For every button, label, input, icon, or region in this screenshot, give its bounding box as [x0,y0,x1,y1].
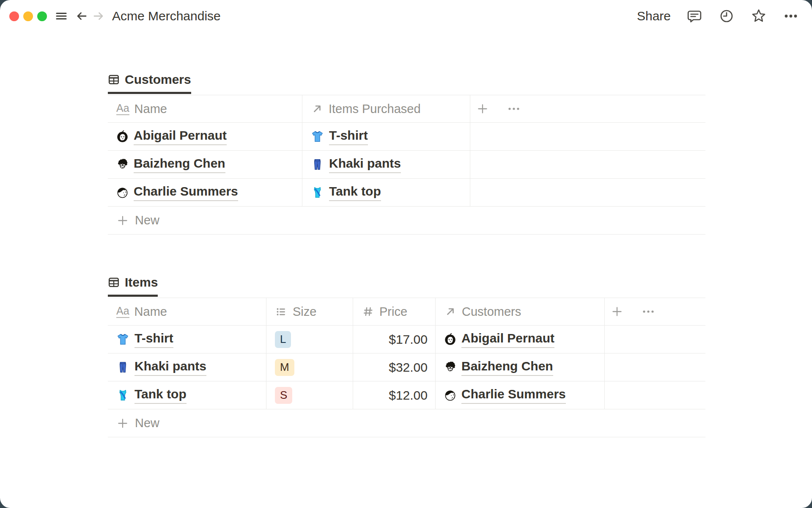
relation-property-icon [444,306,457,318]
items-header-row: Aa Name Size Price Customers [108,298,705,326]
table-options-button[interactable] [508,103,520,115]
new-row-label: New [135,213,159,227]
customers-table: Aa Name Items Purchased Abi [108,95,705,235]
name-cell[interactable]: Abigail Pernaut [108,123,302,150]
column-header-label: Price [379,305,407,319]
name-cell[interactable]: Charlie Summers [108,179,302,206]
items-collection: Items Aa Name Size Price [108,275,705,437]
avatar-icon [116,158,129,171]
tanktop-emoji-icon [311,186,324,199]
new-row-label: New [135,416,159,430]
table-options-button[interactable] [642,306,655,318]
size-badge: S [275,387,292,404]
more-icon[interactable] [782,8,799,25]
close-window-button[interactable] [9,11,19,21]
table-row: Khaki pants M $32.00 Baizheng Chen [108,353,705,381]
share-button[interactable]: Share [637,9,671,23]
customers-cell[interactable]: Abigail Pernaut [436,326,605,353]
jeans-emoji-icon [116,361,129,374]
empty-cell [470,123,705,150]
column-header-price[interactable]: Price [353,298,436,325]
items-table: Aa Name Size Price Customers [108,298,705,437]
column-header-label: Items Purchased [329,102,421,116]
clock-icon[interactable] [718,8,735,25]
item-page-link[interactable]: T-shirt [329,128,368,145]
zoom-window-button[interactable] [37,11,47,21]
customer-page-link[interactable]: Abigail Pernaut [461,331,554,348]
jeans-emoji-icon [311,158,324,171]
item-page-link[interactable]: Khaki pants [134,359,206,376]
customers-header-row: Aa Name Items Purchased [108,95,705,123]
customers-cell[interactable]: Charlie Summers [436,381,605,409]
new-row-button[interactable]: New [108,207,705,235]
relation-property-icon [311,103,324,115]
items-purchased-cell[interactable]: Tank top [302,179,470,206]
avatar-icon [444,361,456,373]
column-header-customers[interactable]: Customers [436,298,605,325]
traffic-lights [9,11,47,21]
size-cell[interactable]: L [266,326,353,353]
tshirt-emoji-icon [116,333,129,346]
item-page-link[interactable]: T-shirt [134,331,173,348]
avatar-icon [444,333,456,345]
size-cell[interactable]: S [266,381,353,409]
customers-cell[interactable]: Baizheng Chen [436,353,605,381]
item-page-link[interactable]: Khaki pants [329,156,401,173]
customer-page-link[interactable]: Abigail Pernaut [134,128,227,145]
column-header-size[interactable]: Size [266,298,353,325]
forward-button[interactable] [90,8,107,25]
size-badge: L [275,331,291,348]
price-value: $32.00 [389,360,428,375]
customer-page-link[interactable]: Charlie Summers [461,387,566,404]
add-property-button[interactable] [476,102,489,115]
add-property-button[interactable] [611,305,623,318]
comment-icon[interactable] [686,8,703,25]
customer-page-link[interactable]: Baizheng Chen [134,156,225,173]
price-cell[interactable]: $12.00 [353,381,436,409]
price-value: $17.00 [389,332,428,347]
customer-page-link[interactable]: Baizheng Chen [461,359,553,376]
minimize-window-button[interactable] [23,11,33,21]
items-purchased-cell[interactable]: Khaki pants [302,151,470,178]
price-value: $12.00 [389,388,428,403]
number-property-icon [362,306,374,318]
new-row-button[interactable]: New [108,409,705,437]
name-cell[interactable]: Khaki pants [108,353,266,381]
tab-label: Customers [125,72,191,87]
select-property-icon [275,306,288,318]
tanktop-emoji-icon [116,389,129,402]
item-page-link[interactable]: Tank top [134,387,187,404]
size-cell[interactable]: M [266,353,353,381]
page-title[interactable]: Acme Merchandise [112,9,221,23]
star-icon[interactable] [750,8,767,25]
size-badge: M [275,359,294,376]
name-cell[interactable]: Tank top [108,381,266,409]
avatar-icon [116,186,129,199]
column-header-name[interactable]: Aa Name [108,298,266,325]
name-cell[interactable]: T-shirt [108,326,266,353]
hamburger-menu-button[interactable] [53,8,70,25]
back-button[interactable] [73,8,90,25]
tab-items[interactable]: Items [108,275,158,297]
header-extra-cell [605,298,705,325]
table-row: T-shirt L $17.00 Abigail Pernaut [108,326,705,353]
price-cell[interactable]: $32.00 [353,353,436,381]
price-cell[interactable]: $17.00 [353,326,436,353]
table-row: Charlie Summers Tank top [108,179,705,207]
items-purchased-cell[interactable]: T-shirt [302,123,470,150]
window-titlebar: Acme Merchandise Share [0,0,812,32]
customer-page-link[interactable]: Charlie Summers [134,184,238,201]
notion-window: Acme Merchandise Share Customers Aa Name [0,0,812,508]
column-header-label: Name [134,102,167,116]
name-cell[interactable]: Baizheng Chen [108,151,302,178]
table-icon [108,74,120,86]
table-row: Abigail Pernaut T-shirt [108,123,705,151]
column-header-name[interactable]: Aa Name [108,95,302,122]
plus-icon [116,214,129,227]
avatar-icon [444,389,456,401]
column-header-label: Size [293,305,316,319]
column-header-items-purchased[interactable]: Items Purchased [302,95,470,122]
tab-customers[interactable]: Customers [108,72,191,94]
item-page-link[interactable]: Tank top [329,184,381,201]
text-property-icon: Aa [116,103,129,115]
